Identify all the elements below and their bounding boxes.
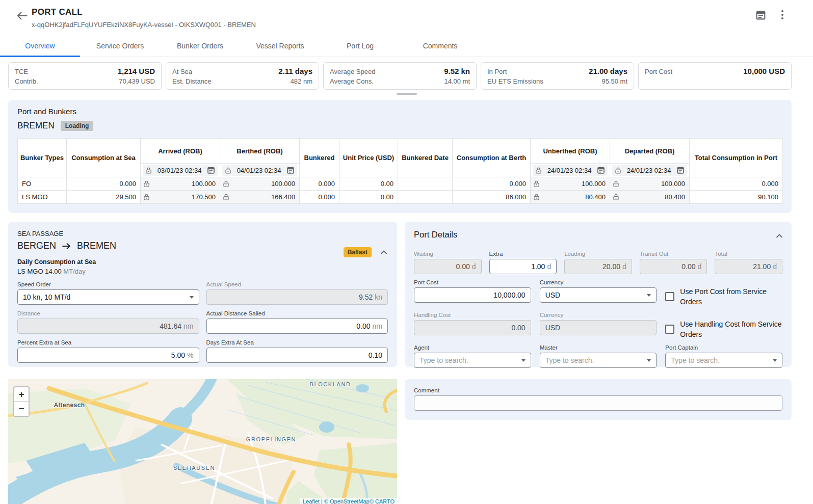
days-extra-field: Days Extra At Sea 0.10 bbox=[206, 339, 388, 363]
port-captain-select[interactable]: Type to search. bbox=[665, 353, 782, 368]
kebab-menu-icon bbox=[781, 10, 783, 12]
map-label-seehausen: SEEHAUSEN bbox=[173, 465, 215, 471]
lock-icon[interactable] bbox=[223, 180, 229, 187]
tab-service-orders[interactable]: Service Orders bbox=[80, 36, 160, 57]
leaflet-link[interactable]: Leaflet bbox=[303, 498, 320, 504]
cons-sea-cell[interactable]: 29.500 bbox=[67, 191, 141, 204]
collapse-section-button[interactable] bbox=[379, 246, 389, 258]
stat-value: 1,214 USD bbox=[118, 66, 155, 76]
tab-bunker-orders[interactable]: Bunker Orders bbox=[160, 36, 240, 57]
tab-vessel-reports[interactable]: Vessel Reports bbox=[240, 36, 320, 57]
map-label-groepelingen: GRÖPELINGEN bbox=[246, 436, 296, 442]
actual-distance-sailed-field: Actual Distance Sailed 0.00 nm bbox=[206, 310, 388, 334]
chevron-up-icon bbox=[776, 234, 782, 238]
col-header-unberthed-rob: Unberthed (ROB) bbox=[531, 139, 610, 164]
actual-speed-input: 9.52 kn bbox=[206, 289, 388, 305]
lock-icon[interactable] bbox=[613, 180, 619, 187]
stat-card-at-sea: At Sea2.11 days Est. Distance482 nm bbox=[166, 62, 319, 90]
arrived-date-input[interactable]: 03/01/23 02:34 bbox=[143, 165, 218, 176]
comment-input[interactable] bbox=[414, 395, 782, 411]
col-header-consumption-at-berth: Consumption at Berth bbox=[453, 139, 531, 177]
departed-rob-cell: 100.000 bbox=[661, 180, 685, 188]
zoom-in-button[interactable]: + bbox=[14, 387, 29, 402]
calendar-icon[interactable] bbox=[207, 167, 215, 174]
use-port-cost-checkbox[interactable] bbox=[665, 292, 674, 301]
unit-price-cell[interactable]: 0.00 bbox=[339, 191, 398, 204]
lock-icon[interactable] bbox=[534, 180, 539, 187]
arrived-date-value: 03/01/23 02:34 bbox=[154, 167, 205, 174]
stats-collapse-handle[interactable] bbox=[397, 93, 417, 95]
osm-link[interactable]: © OpenStreetMap bbox=[324, 498, 370, 504]
departed-date-input[interactable]: 24/01/23 02:34 bbox=[612, 165, 687, 176]
zoom-out-button[interactable]: − bbox=[14, 402, 29, 416]
lock-icon[interactable] bbox=[613, 194, 619, 200]
berthed-rob-cell: 100.000 bbox=[271, 180, 295, 188]
agent-field: Agent Type to search. bbox=[414, 344, 531, 368]
lock-icon bbox=[225, 167, 231, 174]
bunkered-cell[interactable]: 0.000 bbox=[300, 177, 339, 191]
days-extra-input[interactable]: 0.10 bbox=[206, 348, 388, 363]
waiting-field: Waiting 0.00d bbox=[414, 251, 482, 274]
stat-value: 2.11 days bbox=[278, 66, 312, 76]
chevron-up-icon bbox=[381, 250, 387, 254]
unberthed-rob-cell: 100.000 bbox=[582, 180, 606, 188]
berthed-date-input[interactable]: 04/01/23 02:34 bbox=[222, 165, 297, 176]
kebab-menu-button[interactable] bbox=[778, 9, 786, 20]
back-button[interactable] bbox=[15, 10, 29, 23]
collapse-section-button[interactable] bbox=[774, 230, 784, 242]
speed-order-select[interactable]: 10 kn, 10 MT/d bbox=[17, 289, 199, 305]
handling-cost-currency-select: USD bbox=[540, 320, 657, 335]
col-header-arrived-rob: Arrived (ROB) bbox=[141, 139, 220, 164]
calendar-button[interactable] bbox=[755, 10, 766, 20]
bunkered-cell[interactable]: 0.000 bbox=[300, 191, 339, 204]
caret-down-icon bbox=[521, 359, 526, 362]
map-tiles bbox=[8, 379, 397, 504]
loading-input: 20.00d bbox=[564, 259, 632, 274]
port-cost-input[interactable]: 10,000.00 bbox=[414, 287, 531, 303]
tab-port-log[interactable]: Port Log bbox=[320, 36, 400, 57]
berthed-date-value: 04/01/23 02:34 bbox=[233, 167, 284, 174]
carto-link[interactable]: © CARTO bbox=[370, 498, 395, 504]
daily-consumption-unit: MT/day bbox=[63, 268, 85, 275]
stat-label: Average Speed bbox=[330, 67, 375, 76]
stat-value: 482 nm bbox=[291, 76, 312, 86]
daily-consumption-value: LS MGO 14.00 bbox=[17, 268, 62, 275]
lock-icon[interactable] bbox=[534, 194, 539, 200]
lock-icon[interactable] bbox=[223, 194, 229, 200]
extra-field: Extra 1.00d bbox=[489, 251, 557, 274]
master-field: Master Type to search. bbox=[540, 344, 657, 368]
lock-icon[interactable] bbox=[144, 180, 149, 187]
percent-extra-input[interactable]: 5.00 % bbox=[17, 348, 199, 363]
tab-overview[interactable]: Overview bbox=[0, 36, 80, 57]
map-attribution: Leaflet | © OpenStreetMap© CARTO bbox=[300, 498, 397, 504]
unit-price-cell[interactable]: 0.00 bbox=[339, 177, 398, 191]
bunkered-date-cell[interactable] bbox=[398, 177, 453, 191]
calendar-icon[interactable] bbox=[597, 167, 605, 174]
cons-berth-cell[interactable]: 0.000 bbox=[453, 177, 531, 191]
calendar-icon[interactable] bbox=[287, 167, 294, 174]
cons-sea-cell[interactable]: 0.000 bbox=[67, 177, 141, 191]
calendar-icon[interactable] bbox=[677, 167, 684, 174]
cons-berth-cell[interactable]: 86.000 bbox=[453, 191, 531, 204]
master-select[interactable]: Type to search. bbox=[540, 353, 657, 368]
stat-card-port-cost: Port Cost10,000 USD bbox=[638, 62, 792, 90]
stat-label: In Port bbox=[487, 67, 507, 76]
port-cost-currency-select[interactable]: USD bbox=[540, 287, 657, 303]
stat-label: Average Cons. bbox=[330, 76, 374, 86]
extra-input[interactable]: 1.00d bbox=[489, 259, 557, 274]
handling-cost-input: 0.00 bbox=[414, 320, 531, 335]
agent-select[interactable]: Type to search. bbox=[414, 353, 531, 368]
calendar-icon bbox=[755, 10, 766, 20]
lock-icon[interactable] bbox=[144, 194, 149, 200]
unberthed-date-value: 24/01/23 02:34 bbox=[544, 167, 595, 174]
stats-row: TCE1,214 USD Contrib.70,439 USD At Sea2.… bbox=[8, 62, 792, 90]
lock-icon bbox=[536, 167, 541, 174]
actual-distance-sailed-input[interactable]: 0.00 nm bbox=[206, 319, 388, 334]
unberthed-date-input[interactable]: 24/01/23 02:34 bbox=[533, 165, 608, 176]
tab-comments[interactable]: Comments bbox=[400, 36, 480, 57]
bunkered-date-cell[interactable] bbox=[398, 191, 453, 204]
use-handling-cost-checkbox[interactable] bbox=[665, 325, 674, 334]
map[interactable]: + − BLOCKLAND Altenesch GRÖPELINGEN SEEH… bbox=[8, 379, 397, 504]
stat-label: Port Cost bbox=[645, 67, 672, 76]
bunkers-table: Bunker Types Consumption at Sea Arrived … bbox=[17, 138, 783, 204]
